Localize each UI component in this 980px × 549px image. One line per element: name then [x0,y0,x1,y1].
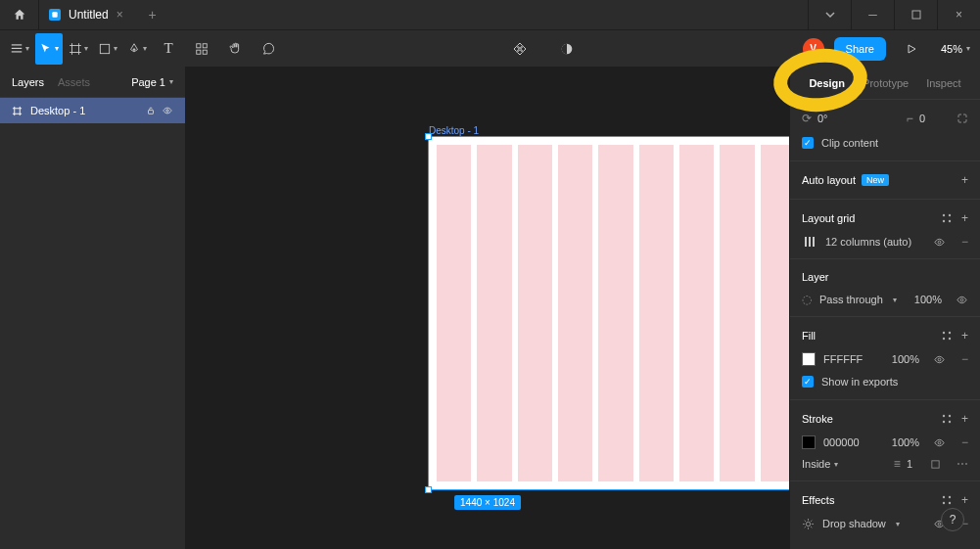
tab-layers[interactable]: Layers [12,76,44,88]
fill-row[interactable]: FFFFFF 100% − [790,348,980,370]
stroke-swatch[interactable] [802,435,816,449]
blend-mode-row[interactable]: ◌ Pass through ▾ 100% [790,289,980,310]
window-dropdown[interactable] [808,0,851,29]
present-button[interactable] [896,33,927,65]
tab-inspect[interactable]: Inspect [926,77,960,89]
effect-styles-button[interactable] [942,495,952,505]
page-selector[interactable]: Page 1 ▾ [131,76,173,88]
file-tab-title: Untitled [69,8,109,22]
svg-rect-20 [149,111,154,114]
fill-styles-button[interactable] [942,331,952,341]
stroke-visibility-icon[interactable] [933,437,946,448]
selection-handle[interactable] [425,486,432,493]
stroke-styles-button[interactable] [942,414,952,424]
frame-tool[interactable]: ▾ [65,33,92,65]
add-stroke-button[interactable]: + [961,412,968,426]
remove-fill-button[interactable]: − [961,352,968,366]
add-auto-layout-button[interactable]: + [961,173,968,187]
show-in-exports-label: Show in exports [821,376,898,388]
svg-point-42 [943,496,945,498]
svg-rect-9 [100,44,109,53]
tab-prototype[interactable]: Prototype [863,77,909,89]
component-icon[interactable] [504,33,536,65]
move-tool[interactable]: ▾ [35,33,63,65]
stroke-hex[interactable]: 000000 [823,436,860,448]
rotation-field[interactable]: ⟳ 0° [802,112,828,125]
stroke-per-side-icon[interactable] [930,459,941,470]
canvas[interactable]: Desktop - 1 1440 × 1024 [186,67,789,549]
svg-point-39 [949,421,951,423]
layout-grid-label: Layout grid [802,212,855,224]
columns-icon [802,236,817,248]
minimize-button[interactable]: ─ [851,0,894,29]
home-button[interactable] [0,0,39,29]
stroke-row[interactable]: 000000 100% − [790,432,980,453]
help-button[interactable]: ? [941,508,964,531]
show-in-exports-checkbox[interactable]: ✓ [802,376,814,388]
shape-tool[interactable]: ▾ [94,33,121,65]
pen-tool[interactable]: ▾ [123,33,151,65]
grid-row[interactable]: 12 columns (auto) − [790,231,980,252]
share-button[interactable]: Share [834,37,886,61]
selection-handle[interactable] [425,133,432,140]
file-tab[interactable]: Untitled × [39,0,133,29]
svg-point-46 [806,522,810,526]
avatar[interactable]: V [803,38,824,60]
clip-content-label: Clip content [821,137,878,149]
clip-content-checkbox[interactable]: ✓ [802,137,814,149]
dimensions-badge: 1440 × 1024 [454,495,521,510]
tab-assets[interactable]: Assets [58,76,90,88]
stroke-side-dropdown[interactable]: Inside ▾ [802,458,838,470]
comment-tool[interactable] [253,33,284,65]
layer-row[interactable]: Desktop - 1 [0,98,185,123]
text-tool[interactable]: T [153,33,184,65]
stroke-weight-field[interactable]: ≡ 1 [894,457,912,471]
tab-design[interactable]: Design [809,77,845,89]
grid-value: 12 columns (auto) [825,236,911,248]
corner-radius-field[interactable]: ⌐ 0 [907,112,925,125]
fill-visibility-icon[interactable] [933,354,946,365]
stroke-opacity[interactable]: 100% [892,436,919,448]
layout-grid-overlay [437,145,789,481]
right-panel: Design Prototype Inspect ⟳ 0° ⌐ 0 [789,67,980,549]
fill-section-label: Fill [802,330,816,342]
add-fill-button[interactable]: + [961,329,968,343]
layer-visibility-icon[interactable] [956,295,968,305]
stroke-section-label: Stroke [802,413,833,425]
remove-stroke-button[interactable]: − [961,435,968,449]
remove-grid-button[interactable]: − [961,235,968,249]
frame-desktop-1[interactable] [429,137,789,489]
frame-label[interactable]: Desktop - 1 [429,125,479,136]
resources-tool[interactable] [186,33,217,65]
close-icon[interactable]: × [117,8,123,22]
avatar-initial: V [810,43,817,54]
grid-visibility-icon[interactable] [933,237,946,248]
maximize-button[interactable] [894,0,937,29]
fill-hex[interactable]: FFFFFF [823,353,863,365]
svg-rect-4 [12,51,23,52]
new-tab-button[interactable]: + [133,0,172,29]
lock-icon[interactable] [146,106,156,115]
close-window-button[interactable]: × [937,0,980,29]
add-effect-button[interactable]: + [961,493,968,507]
new-badge: New [862,174,889,186]
add-grid-button[interactable]: + [961,211,968,225]
figma-file-icon [49,9,61,21]
layer-opacity[interactable]: 100% [914,294,942,305]
svg-rect-2 [12,44,23,45]
hand-tool[interactable] [219,33,251,65]
fill-opacity[interactable]: 100% [892,353,919,365]
mask-icon[interactable] [551,33,583,65]
blend-mode-value: Pass through [819,294,883,305]
independent-corners-icon[interactable] [957,113,968,124]
layer-name: Desktop - 1 [30,105,138,116]
grid-styles-button[interactable] [942,213,952,223]
fill-swatch[interactable] [802,352,816,366]
frame-icon [12,106,23,116]
main-menu-button[interactable]: ▾ [6,33,33,65]
stroke-more-button[interactable]: ⋯ [957,457,968,471]
svg-rect-14 [203,50,207,54]
visibility-icon[interactable] [162,106,173,115]
svg-point-33 [943,338,945,340]
zoom-dropdown[interactable]: 45% ▾ [937,43,974,55]
